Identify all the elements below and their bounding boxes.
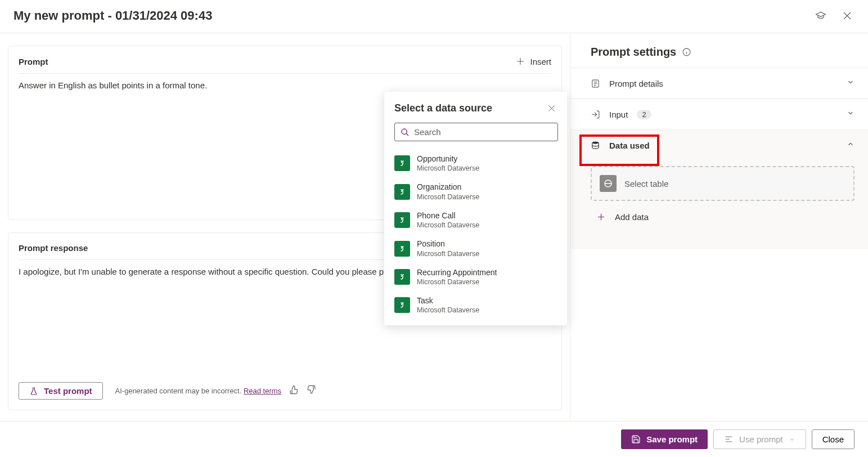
use-prompt-button[interactable]: Use prompt: [713, 429, 806, 449]
data-source-name: Recurring Appointment: [417, 267, 497, 277]
svg-point-2: [592, 141, 599, 144]
page-title: My new prompt - 01/31/2024 09:43: [14, 8, 212, 23]
thumbs-up-icon[interactable]: [289, 385, 299, 397]
search-input-wrapper[interactable]: [394, 123, 558, 141]
data-source-list: Opportunity Microsoft Dataverse Organiza…: [394, 149, 558, 320]
dataverse-icon: [600, 175, 617, 192]
data-source-item[interactable]: Position Microsoft Dataverse: [394, 234, 558, 262]
learn-icon[interactable]: [813, 8, 829, 24]
data-source-name: Position: [417, 239, 479, 249]
plus-icon: [596, 212, 606, 222]
data-source-sub: Microsoft Dataverse: [417, 164, 479, 173]
input-count-badge: 2: [637, 110, 651, 119]
dataverse-icon: [394, 155, 410, 171]
chevron-down-icon: [847, 109, 854, 119]
insert-button[interactable]: Insert: [515, 56, 551, 66]
close-button[interactable]: Close: [812, 429, 854, 449]
response-card-title: Prompt response: [19, 243, 88, 253]
chevron-down-icon: [789, 436, 795, 443]
use-icon: [724, 434, 734, 444]
data-source-sub: Microsoft Dataverse: [417, 249, 479, 258]
search-input[interactable]: [414, 127, 552, 137]
header: My new prompt - 01/31/2024 09:43: [0, 0, 868, 33]
sidebar: Prompt settings Prompt details Input 2: [570, 33, 868, 423]
dataverse-icon: [394, 241, 410, 257]
input-icon: [591, 110, 600, 119]
info-icon[interactable]: [682, 47, 691, 57]
add-data-button[interactable]: Add data: [591, 201, 854, 222]
plus-icon: [515, 56, 525, 66]
data-source-sub: Microsoft Dataverse: [417, 277, 497, 286]
data-source-name: Organization: [417, 182, 479, 192]
save-prompt-button[interactable]: Save prompt: [621, 429, 708, 449]
data-source-name: Phone Call: [417, 210, 479, 221]
data-source-popup: Select a data source Opportunity Microso…: [384, 92, 567, 325]
data-source-sub: Microsoft Dataverse: [417, 192, 479, 201]
popup-close-icon[interactable]: [545, 102, 558, 115]
data-source-item[interactable]: Task Microsoft Dataverse: [394, 291, 558, 319]
accordion-input: Input 2: [570, 98, 868, 129]
test-prompt-button[interactable]: Test prompt: [19, 382, 103, 400]
prompt-card-title: Prompt: [19, 57, 48, 66]
accordion-prompt-details: Prompt details: [570, 68, 868, 98]
chevron-up-icon: [847, 140, 854, 150]
accordion-data-used: Data used Select table Add data: [570, 129, 868, 249]
dataverse-icon: [394, 184, 410, 200]
search-icon: [401, 128, 410, 137]
insert-label: Insert: [530, 57, 551, 66]
data-source-sub: Microsoft Dataverse: [417, 306, 479, 315]
save-icon: [631, 434, 641, 444]
popup-title: Select a data source: [394, 102, 492, 114]
data-source-item[interactable]: Organization Microsoft Dataverse: [394, 177, 558, 205]
flask-icon: [29, 387, 38, 396]
chevron-down-icon: [847, 78, 854, 88]
data-source-item[interactable]: Recurring Appointment Microsoft Datavers…: [394, 263, 558, 291]
dataverse-icon: [394, 212, 410, 228]
disclaimer-text: AI-generated content may be incorrect. R…: [115, 387, 282, 395]
close-icon[interactable]: [840, 8, 854, 23]
data-source-item[interactable]: Phone Call Microsoft Dataverse: [394, 206, 558, 234]
database-icon: [591, 141, 600, 150]
details-icon: [591, 79, 600, 88]
thumbs-down-icon[interactable]: [307, 385, 316, 397]
test-prompt-label: Test prompt: [44, 386, 92, 396]
data-source-item[interactable]: Opportunity Microsoft Dataverse: [394, 149, 558, 177]
sidebar-title: Prompt settings: [570, 33, 868, 68]
read-terms-link[interactable]: Read terms: [244, 387, 281, 395]
data-source-name: Task: [417, 295, 479, 306]
svg-point-3: [402, 129, 407, 134]
data-source-name: Opportunity: [417, 154, 479, 164]
data-source-sub: Microsoft Dataverse: [417, 221, 479, 230]
footer: Save prompt Use prompt Close: [0, 421, 868, 457]
select-table-button[interactable]: Select table: [591, 166, 854, 201]
dataverse-icon: [394, 297, 410, 313]
dataverse-icon: [394, 269, 410, 285]
